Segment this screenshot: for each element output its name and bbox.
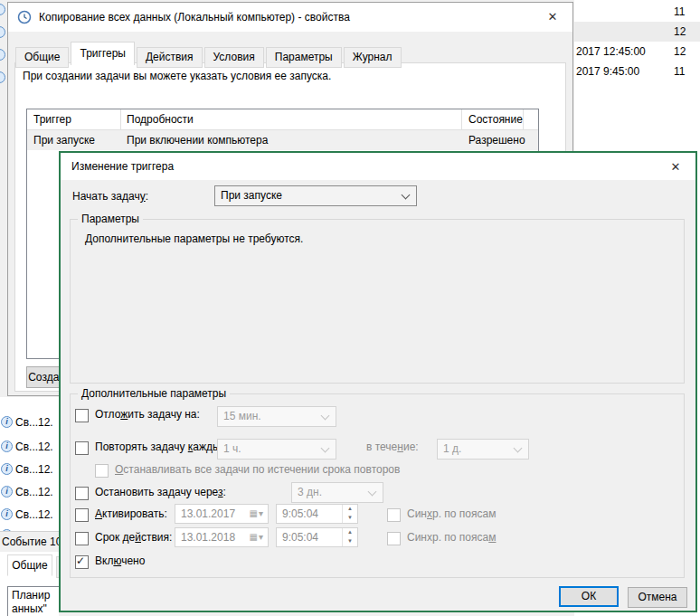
tab-conditions[interactable]: Условия <box>204 47 264 68</box>
label-text: : <box>146 190 148 203</box>
spin-up-icon: ▲ <box>343 505 357 514</box>
ok-button[interactable]: ОК <box>559 586 619 607</box>
repeat-task-label: Повторять задачу каждые: <box>95 441 230 454</box>
label-accesskey: О <box>115 463 123 476</box>
chevron-down-icon <box>514 444 523 453</box>
task-list-row[interactable]: 11 <box>574 2 700 22</box>
activate-checkbox[interactable] <box>75 508 89 522</box>
tab-triggers[interactable]: Триггеры <box>71 42 135 65</box>
stop-task-after-checkbox[interactable] <box>75 487 89 500</box>
close-icon[interactable]: ✕ <box>667 158 685 176</box>
expire-date-value: 13.01.2018 <box>181 531 235 544</box>
spin-down-icon: ▼ <box>343 537 357 546</box>
triggers-table-header: Триггер Подробности Состояние <box>27 109 538 130</box>
event-description-line: Планир <box>12 589 59 602</box>
label-text: Остановить задачу чере <box>95 486 218 498</box>
label-accesskey: м <box>488 531 496 544</box>
spinner-arrows-icon: ▲▼ <box>342 505 357 523</box>
label-text: чено <box>121 554 145 567</box>
chevron-down-icon <box>368 488 377 497</box>
task-time-fragment: 12 <box>674 42 686 62</box>
column-state[interactable]: Состояние <box>468 109 523 129</box>
tab-actions[interactable]: Действия <box>137 47 203 68</box>
begin-task-select[interactable]: При запуске <box>214 185 417 206</box>
stop-after-duration-value: 3 дн. <box>298 486 322 498</box>
enabled-checkbox[interactable]: ✓ <box>75 555 89 569</box>
state-cell: Разрешено <box>468 130 525 150</box>
task-list-row-selected[interactable]: 12 <box>574 22 700 42</box>
delay-duration-value: 15 мин. <box>223 410 261 422</box>
label-text: р. по поясам <box>432 507 496 520</box>
repeat-duration-select: 1 д. <box>437 439 529 460</box>
spin-up-icon: ▲ <box>343 528 357 537</box>
task-time-fragment: 11 <box>674 62 685 81</box>
stop-task-after-label: Остановить задачу через: <box>95 486 226 499</box>
calendar-icon: ▦▾ <box>250 505 264 523</box>
settings-group: Параметры Дополнительные параметры не тр… <box>70 219 685 384</box>
event-row[interactable]: i Св... 12. <box>0 482 59 502</box>
trigger-cell: При запуске <box>33 130 95 150</box>
cancel-button[interactable]: Отмена <box>628 587 687 608</box>
label-text: ктивировать: <box>102 507 167 520</box>
column-divider <box>523 109 524 129</box>
event-row[interactable]: i Св... 12. <box>0 412 59 432</box>
label-accesskey: н <box>397 441 403 453</box>
repeat-task-checkbox[interactable] <box>75 441 89 455</box>
repeat-interval-select: 1 ч. <box>217 439 336 460</box>
task-list-row[interactable]: 2017 9:45:00 11 <box>574 62 700 81</box>
screen: 11 12 2017 12:45:00 12 2017 9:45:00 11 i… <box>0 0 700 616</box>
expire-label: Срок действия: <box>95 531 172 545</box>
delay-task-checkbox[interactable] <box>75 409 89 422</box>
activate-date-value: 13.01.2017 <box>181 507 235 520</box>
label-text: Вкл <box>95 554 113 567</box>
column-divider <box>461 109 462 129</box>
activate-time-spinner: 9:05:04 ▲▼ <box>276 504 358 524</box>
repeat-duration-label: в течение: <box>366 441 419 454</box>
label-text: ить задачу на: <box>128 408 200 421</box>
event-detail-header: Событие 10 <box>0 531 59 552</box>
calendar-icon: ▦▾ <box>250 528 264 546</box>
info-icon: i <box>1 508 13 520</box>
triggers-description: При создании задачи вы можете указать ус… <box>23 70 331 82</box>
event-type: Св... <box>15 505 38 525</box>
label-text: Синхр. по пояса <box>407 531 488 544</box>
label-text: Начать задач <box>72 190 140 203</box>
label-text: : <box>223 486 226 498</box>
repeat-interval-value: 1 ч. <box>223 442 241 455</box>
info-icon <box>0 4 5 15</box>
column-trigger[interactable]: Триггер <box>33 109 71 129</box>
task-list-row[interactable]: 2017 12:45:00 12 <box>574 42 700 62</box>
event-row[interactable]: i Св... 12. <box>0 505 59 525</box>
activate-date-picker: 13.01.2017 ▦▾ <box>175 504 269 524</box>
dialog-title: Изменение триггера <box>71 160 174 173</box>
task-time: 2017 9:45:00 <box>576 62 639 81</box>
tab-settings[interactable]: Параметры <box>266 47 342 68</box>
tab-general[interactable]: Общие <box>15 47 69 68</box>
task-time-fragment: 11 <box>674 2 685 22</box>
close-icon[interactable]: ✕ <box>544 8 562 26</box>
tab-history[interactable]: Журнал <box>344 47 402 68</box>
tab-event-general[interactable]: Общие <box>7 554 52 576</box>
event-type: Св... <box>15 437 38 457</box>
details-cell: При включении компьютера <box>127 130 268 150</box>
event-row[interactable]: i Св... 12. <box>0 437 59 457</box>
expire-time-value: 9:05:04 <box>282 531 318 544</box>
begin-task-value: При запуске <box>221 189 282 202</box>
label-text: Син <box>407 507 427 520</box>
trigger-row[interactable]: При запуске При включении компьютера Раз… <box>27 130 538 150</box>
enabled-label: Включено <box>95 554 145 568</box>
task-time-fragment: 12 <box>674 22 686 42</box>
event-time: 12. <box>38 505 53 525</box>
event-time: 12. <box>38 437 53 457</box>
event-time: 12. <box>38 482 53 502</box>
properties-titlebar: Копирование всех данных (Локальный компь… <box>8 3 572 32</box>
stop-after-duration-select: 3 дн. <box>291 482 383 503</box>
expire-checkbox[interactable] <box>75 532 89 545</box>
stop-all-tasks-checkbox <box>95 464 109 478</box>
activate-sync-timezone-label: Синхр. по поясам <box>407 507 496 521</box>
event-type: Св... <box>15 412 38 432</box>
column-details[interactable]: Подробности <box>127 109 194 129</box>
event-row[interactable]: i Св... 12. <box>0 460 59 479</box>
expire-sync-timezone-label: Синхр. по поясам <box>407 531 496 545</box>
delay-duration-select: 15 мин. <box>217 406 336 427</box>
